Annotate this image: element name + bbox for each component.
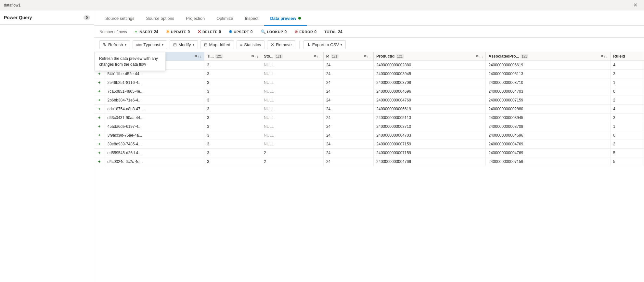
- modify-button[interactable]: ⊞ Modify ▾: [170, 40, 198, 49]
- col-productid-sort-desc-icon[interactable]: ↓: [481, 55, 483, 58]
- productid-cell: 2400000000007159: [374, 140, 486, 149]
- col-p-sort-asc-icon[interactable]: ↑: [367, 55, 368, 58]
- table-row[interactable]: + d43c0431-90aa-44... 3 NULL 24 24000000…: [94, 114, 644, 122]
- lookup-value: 0: [285, 30, 287, 34]
- row-op-icon: +: [94, 114, 105, 122]
- insert-icon: +: [135, 29, 137, 34]
- table-row[interactable]: + af8d6d3c-3b04-43... 3 NULL 24 24000000…: [94, 61, 644, 70]
- sto-cell: NULL: [261, 70, 324, 78]
- associatedpro-cell: 2400000000004696: [486, 131, 611, 140]
- p-cell: 24: [323, 122, 373, 131]
- statistics-button[interactable]: ≡ Statistics: [237, 40, 265, 49]
- total-key: TOTAL: [324, 30, 337, 34]
- ti-cell: 3: [204, 157, 261, 166]
- p-cell: 24: [323, 96, 373, 105]
- record-id-cell: d4c0324c-6c2c-4d...: [105, 157, 204, 166]
- p-cell: 24: [323, 157, 373, 166]
- table-row[interactable]: + 2b6bb384-71e6-4... 3 NULL 24 240000000…: [94, 96, 644, 105]
- col-assoc-copy-icon[interactable]: ⧉: [601, 54, 603, 58]
- upsert-key: UPSERT: [234, 30, 249, 34]
- update-icon: ✱: [166, 29, 170, 34]
- col-ti-copy-icon[interactable]: ⧉: [251, 54, 254, 58]
- tab-inspect[interactable]: Inspect: [239, 11, 264, 26]
- col-sto-sort-asc-icon[interactable]: ↑: [317, 55, 318, 58]
- p-cell: 24: [323, 78, 373, 87]
- table-row[interactable]: + 7ca50851-4805-4e... 3 NULL 24 24000000…: [94, 87, 644, 96]
- tab-data-preview[interactable]: Data preview: [264, 11, 306, 26]
- ruleid-cell: 2: [611, 140, 644, 149]
- row-op-icon: +: [94, 149, 105, 157]
- sto-cell: NULL: [261, 87, 324, 96]
- table-row[interactable]: + d4c0324c-6c2c-4d... 3 2 24 24000000000…: [94, 157, 644, 166]
- tab-source-options[interactable]: Source options: [140, 11, 180, 26]
- table-row[interactable]: + 39e8d939-7485-4... 3 NULL 24 240000000…: [94, 140, 644, 149]
- col-assoc-sort-asc-icon[interactable]: ↑: [604, 55, 605, 58]
- associatedpro-cell: 2400000000003945: [486, 114, 611, 122]
- table-row[interactable]: + 2e46b251-8116-4... 3 NULL 24 240000000…: [94, 78, 644, 87]
- export-csv-button[interactable]: ⬇ Export to CSV ▾: [303, 40, 346, 49]
- table-row[interactable]: + 54b11fbe-d52e-44... 3 NULL 24 24000000…: [94, 70, 644, 78]
- col-sort-asc-icon[interactable]: ↑: [198, 55, 199, 58]
- ruleid-cell: 4: [611, 61, 644, 70]
- col-ti-sort-asc-icon[interactable]: ↑: [254, 55, 256, 58]
- ruleid-cell: 5: [611, 157, 644, 166]
- col-ti-sort-desc-icon[interactable]: ↓: [257, 55, 258, 58]
- delete-icon: ✕: [198, 29, 201, 34]
- delete-value: 0: [219, 30, 221, 34]
- productid-cell: 2400000000007159: [374, 149, 486, 157]
- associatedpro-cell: 2400000000004703: [486, 87, 611, 96]
- col-productid-sort-asc-icon[interactable]: ↑: [479, 55, 481, 58]
- table-row[interactable]: + ada18754-a8b3-47... 3 NULL 24 24000000…: [94, 105, 644, 114]
- sto-cell: NULL: [261, 105, 324, 114]
- associatedpro-cell: 2400000000007159: [486, 96, 611, 105]
- toolbar-divider: [299, 41, 300, 49]
- sto-cell: NULL: [261, 114, 324, 122]
- record-id-cell: 2e46b251-8116-4...: [105, 78, 204, 87]
- table-row[interactable]: + 45ada6de-6197-4... 3 NULL 24 240000000…: [94, 122, 644, 131]
- refresh-button[interactable]: ↻ Refresh ▾: [99, 40, 130, 49]
- col-sort-desc-icon[interactable]: ↓: [200, 55, 201, 58]
- p-cell: 24: [323, 131, 373, 140]
- ruleid-cell: 4: [611, 105, 644, 114]
- col-p-sort-desc-icon[interactable]: ↓: [369, 55, 371, 58]
- col-sto-sort-desc-icon[interactable]: ↓: [319, 55, 321, 58]
- remove-button[interactable]: ✕ Remove: [267, 40, 295, 49]
- ruleid-cell: 3: [611, 114, 644, 122]
- row-op-icon: +: [94, 87, 105, 96]
- close-button[interactable]: ✕: [631, 1, 640, 9]
- col-sto-copy-icon[interactable]: ⧉: [314, 54, 316, 58]
- sto-cell: NULL: [261, 131, 324, 140]
- sidebar-title: Power Query: [4, 15, 32, 20]
- typecast-chevron-icon: ▾: [162, 43, 163, 47]
- col-productid-copy-icon[interactable]: ⧉: [476, 54, 478, 58]
- data-table-wrapper[interactable]: ↕ RecordId abc ⧉ ↑ ↓: [94, 52, 644, 282]
- delete-key: DELETE: [202, 30, 217, 34]
- associatedpro-cell: 2400000000004769: [486, 149, 611, 157]
- col-assoc-sort-desc-icon[interactable]: ↓: [606, 55, 608, 58]
- ruleid-cell: 1: [611, 122, 644, 131]
- col-p-copy-icon[interactable]: ⧉: [364, 54, 366, 58]
- table-row[interactable]: + 3f9acc9d-75ae-4a... 3 NULL 24 24000000…: [94, 131, 644, 140]
- typecast-button[interactable]: abc Typecast ▾: [133, 40, 167, 49]
- table-row[interactable]: + ed559545-d26d-4... 3 2 24 240000000000…: [94, 149, 644, 157]
- map-drifted-button[interactable]: ⊟ Map drifted: [200, 40, 234, 49]
- p-cell: 24: [323, 61, 373, 70]
- col-header-p: P. 121 ⧉ ↑ ↓: [323, 52, 373, 61]
- ruleid-cell: 0: [611, 131, 644, 140]
- record-id-cell: 45ada6de-6197-4...: [105, 122, 204, 131]
- ti-cell: 3: [204, 105, 261, 114]
- col-copy-icon[interactable]: ⧉: [195, 54, 197, 58]
- productid-cell: 2400000000003708: [374, 78, 486, 87]
- col-header-ti: Ti... 121 ⧉ ↑ ↓: [204, 52, 261, 61]
- lookup-key: LOOKUP: [267, 30, 283, 34]
- row-op-icon: +: [94, 78, 105, 87]
- ruleid-cell: 1: [611, 78, 644, 87]
- tab-source-settings[interactable]: Source settings: [99, 11, 140, 26]
- upsert-value: 0: [251, 30, 253, 34]
- upsert-icon: ❄: [229, 29, 232, 34]
- productid-cell: 2400000000004703: [374, 131, 486, 140]
- tab-projection[interactable]: Projection: [180, 11, 211, 26]
- record-id-cell: d43c0431-90aa-44...: [105, 114, 204, 122]
- tab-optimize[interactable]: Optimize: [211, 11, 239, 26]
- ti-cell: 3: [204, 149, 261, 157]
